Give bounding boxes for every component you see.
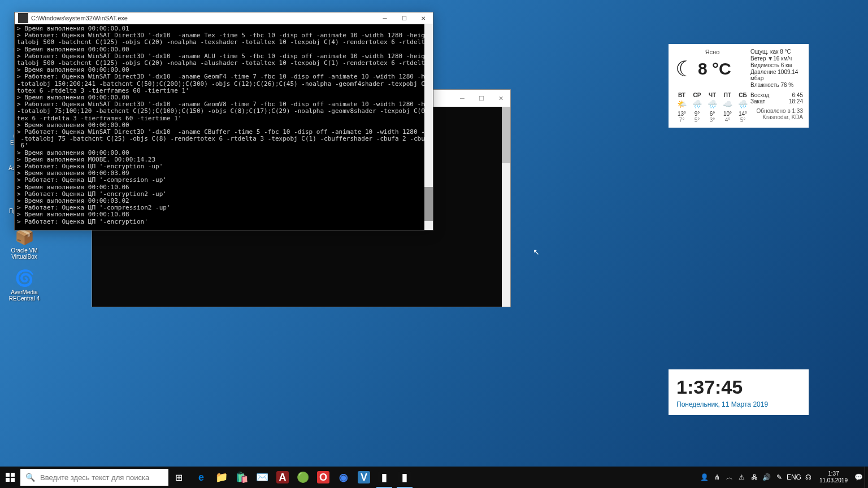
avermedia-icon: 🌀 <box>14 268 34 288</box>
start-button[interactable] <box>0 467 20 488</box>
scrollbar[interactable] <box>424 24 433 230</box>
weather-icon: 🌧️ <box>735 99 750 110</box>
search-input[interactable] <box>40 473 168 482</box>
tray-people-icon[interactable]: ⋔ <box>711 467 723 488</box>
app-a-icon: A <box>276 471 289 483</box>
explorer-icon: 📁 <box>215 471 228 483</box>
show-desktop-button[interactable] <box>865 467 868 488</box>
icon-label: Oracle VM VirtualBox <box>5 247 44 260</box>
taskbar-app-cmd2[interactable]: ▮ <box>394 467 415 488</box>
visibility: Видимость 6 км <box>750 62 803 68</box>
temperature: 8 °C <box>698 59 731 79</box>
taskbar-app-app-x[interactable]: 🟢 <box>293 467 313 488</box>
forecast-day[interactable]: ЧТ🌧️6°3° <box>705 92 720 123</box>
taskbar-app-mail[interactable]: ✉️ <box>252 467 272 488</box>
resize-grip[interactable] <box>502 300 510 307</box>
clock-time: 1:37:45 <box>676 376 801 398</box>
tray-lang-icon[interactable]: ENG <box>785 467 802 488</box>
taskbar-app-chrome[interactable]: ◉ <box>333 467 354 488</box>
tray-warn-icon[interactable]: ⚠ <box>736 467 748 488</box>
sunrise-value: 6:45 <box>792 92 803 98</box>
moon-icon: ☾ <box>675 56 695 81</box>
pressure: Давление 1009.14 мбар <box>750 69 803 81</box>
desktop-icon-avermedia[interactable]: 🌀AverMedia RECentral 4 <box>5 268 44 302</box>
search-icon: 🔍 <box>25 473 35 482</box>
sunset-label: Закат <box>750 98 765 104</box>
taskbar[interactable]: 🔍 ⊞ e📁🛍️✉️A🟢O◉V▮▮ 👤⋔︿⚠🖧🔊✎ENG☊ 1:37 11.03… <box>0 467 868 488</box>
wind: Ветер ▼16 км/ч <box>750 55 803 62</box>
tray-chevron-icon[interactable]: ︿ <box>723 467 736 488</box>
task-view-button[interactable]: ⊞ <box>168 467 189 488</box>
close-button[interactable]: ✕ <box>491 90 510 106</box>
taskbar-app-store[interactable]: 🛍️ <box>232 467 252 488</box>
console-output: > Время выполнения 00:00:00.01 > Работае… <box>15 24 433 230</box>
taskbar-app-edge[interactable]: e <box>191 467 211 488</box>
svg-rect-0 <box>6 473 10 477</box>
forecast-day[interactable]: СР🌧️9°5° <box>689 92 705 123</box>
search-box[interactable]: 🔍 <box>20 469 168 486</box>
windows-icon <box>6 473 15 482</box>
taskbar-app-explorer[interactable]: 📁 <box>211 467 232 488</box>
forecast-day[interactable]: ВТ🌤️13°7° <box>674 92 689 123</box>
notifications-button[interactable]: 💬 <box>852 467 865 488</box>
humidity: Влажность 76 % <box>750 82 803 88</box>
location: Krasnodar, KDA <box>750 114 803 120</box>
svg-rect-3 <box>11 478 15 482</box>
updated-at: Обновлено в 1:33 <box>750 108 803 114</box>
tray-ime-icon[interactable]: ☊ <box>802 467 815 488</box>
weather-condition: Ясно <box>674 49 750 55</box>
taskbar-app-opera[interactable]: O <box>313 467 333 488</box>
chrome-icon: ◉ <box>337 471 350 483</box>
taskbar-app-vscode[interactable]: V <box>354 467 374 488</box>
taskbar-app-cmd1[interactable]: ▮ <box>374 467 394 488</box>
tray-avatar-icon[interactable]: 👤 <box>698 467 711 488</box>
clock-widget[interactable]: 1:37:45 Понедельник, 11 Марта 2019 <box>669 369 809 415</box>
scrollbar[interactable] <box>502 107 510 300</box>
edge-icon: e <box>195 471 207 483</box>
cmd1-icon: ▮ <box>378 471 390 483</box>
tray-vol-icon[interactable]: 🔊 <box>761 467 773 488</box>
forecast-day[interactable]: СБ🌧️14°5° <box>735 92 750 123</box>
scrollbar-thumb[interactable] <box>424 187 433 221</box>
tray-net-icon[interactable]: 🖧 <box>748 467 761 488</box>
svg-rect-2 <box>6 478 10 482</box>
icon-label: AverMedia RECentral 4 <box>5 289 44 302</box>
forecast-days: ВТ🌤️13°7°СР🌧️9°5°ЧТ🌧️6°3°ПТ☁️10°4°СБ🌧️14… <box>674 92 750 123</box>
weather-icon: ☁️ <box>720 99 735 110</box>
store-icon: 🛍️ <box>236 471 248 483</box>
app-x-icon: 🟢 <box>297 471 309 483</box>
cmd-window-foreground[interactable]: C:\Windows\system32\WinSAT.exe ─ ☐ ✕ > В… <box>14 12 433 230</box>
forecast-day[interactable]: ПТ☁️10°4° <box>720 92 735 123</box>
weather-icon: 🌤️ <box>674 99 689 110</box>
window-title: C:\Windows\system32\WinSAT.exe <box>31 15 375 21</box>
sunset-value: 18:24 <box>789 98 803 104</box>
feels-like: Ощущ. как 8 °C <box>750 49 803 55</box>
taskbar-clock[interactable]: 1:37 11.03.2019 <box>815 470 852 484</box>
opera-icon: O <box>317 471 329 483</box>
weather-icon: 🌧️ <box>689 99 705 110</box>
weather-widget[interactable]: Ясно ☾ 8 °C Ощущ. как 8 °C Ветер ▼16 км/… <box>669 44 809 128</box>
taskbar-app-app-a[interactable]: A <box>272 467 293 488</box>
maximize-button[interactable]: ☐ <box>394 12 414 24</box>
minimize-button[interactable]: ─ <box>453 90 472 106</box>
system-tray: 👤⋔︿⚠🖧🔊✎ENG☊ 1:37 11.03.2019 💬 <box>698 467 868 488</box>
close-button[interactable]: ✕ <box>414 12 433 24</box>
clock-date: Понедельник, 11 Марта 2019 <box>676 400 801 408</box>
desktop-icon-virtualbox[interactable]: 📦Oracle VM VirtualBox <box>5 226 44 260</box>
maximize-button[interactable]: ☐ <box>472 90 491 106</box>
app-icon <box>18 13 28 23</box>
taskbar-apps: e📁🛍️✉️A🟢O◉V▮▮ <box>191 467 415 488</box>
vscode-icon: V <box>358 471 370 483</box>
tray-pen-icon[interactable]: ✎ <box>773 467 785 488</box>
weather-icon: 🌧️ <box>705 99 720 110</box>
mail-icon: ✉️ <box>256 471 268 483</box>
scrollbar-thumb[interactable] <box>502 107 510 163</box>
cmd2-icon: ▮ <box>398 471 411 483</box>
titlebar[interactable]: C:\Windows\system32\WinSAT.exe ─ ☐ ✕ <box>15 12 433 24</box>
cursor-icon: ↖ <box>533 247 540 256</box>
svg-rect-1 <box>11 473 15 477</box>
sunrise-label: Восход <box>750 92 769 98</box>
minimize-button[interactable]: ─ <box>375 12 394 24</box>
